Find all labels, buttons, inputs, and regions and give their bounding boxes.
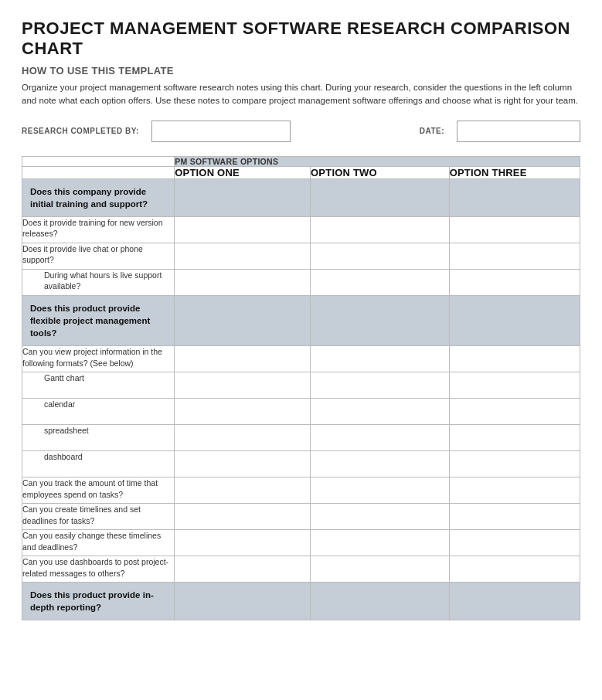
s1r1-opt2[interactable] bbox=[311, 216, 450, 243]
s2r7-opt2[interactable] bbox=[311, 529, 450, 556]
section-1-header: Does this company provide initial traini… bbox=[22, 178, 580, 216]
s1r1-opt3[interactable] bbox=[449, 216, 580, 243]
s2r2-opt3[interactable] bbox=[449, 398, 580, 424]
s1r1-opt1[interactable] bbox=[175, 216, 311, 243]
s1r2-opt3[interactable] bbox=[449, 243, 580, 269]
research-label: RESEARCH COMPLETED BY: bbox=[22, 127, 139, 135]
s2r3-opt1[interactable] bbox=[175, 424, 311, 450]
s2r6-opt3[interactable] bbox=[449, 503, 580, 529]
s2r2-opt2[interactable] bbox=[311, 398, 450, 424]
table-row: Does it provide training for new version… bbox=[22, 216, 580, 243]
pm-options-label: PM SOFTWARE OPTIONS bbox=[175, 156, 580, 166]
table-row: Can you use dashboards to post project-r… bbox=[22, 556, 580, 582]
table-row: Can you easily change these timelines an… bbox=[22, 529, 580, 556]
s2r1-opt3[interactable] bbox=[449, 372, 580, 398]
date-label: DATE: bbox=[420, 127, 444, 135]
subtitle: HOW TO USE THIS TEMPLATE bbox=[22, 65, 580, 76]
s1r3-opt2[interactable] bbox=[311, 269, 450, 295]
s2r5-opt1[interactable] bbox=[175, 477, 311, 503]
s2r6-opt2[interactable] bbox=[311, 503, 450, 529]
s1r3-opt1[interactable] bbox=[175, 269, 311, 295]
table-row: Can you track the amount of time that em… bbox=[22, 477, 580, 503]
s2r2-opt1[interactable] bbox=[175, 398, 311, 424]
s2r0-opt2[interactable] bbox=[311, 345, 450, 372]
table-row: Gantt chart bbox=[22, 372, 580, 398]
s2r5-opt3[interactable] bbox=[449, 477, 580, 503]
main-title: PROJECT MANAGEMENT SOFTWARE RESEARCH COM… bbox=[22, 19, 580, 59]
pm-options-header-row: PM SOFTWARE OPTIONS bbox=[22, 156, 580, 166]
description: Organize your project management softwar… bbox=[22, 81, 580, 108]
s2r7-opt3[interactable] bbox=[449, 529, 580, 556]
s2r0-opt1[interactable] bbox=[175, 345, 311, 372]
s2r8-opt3[interactable] bbox=[449, 556, 580, 582]
table-row: dashboard bbox=[22, 450, 580, 477]
option-headers-row: OPTION ONE OPTION TWO OPTION THREE bbox=[22, 166, 580, 178]
s2r3-opt3[interactable] bbox=[449, 424, 580, 450]
table-row: Can you view project information in the … bbox=[22, 345, 580, 372]
table-row: calendar bbox=[22, 398, 580, 424]
table-row: Can you create timelines and set deadlin… bbox=[22, 503, 580, 529]
research-input[interactable] bbox=[151, 121, 291, 142]
s2r8-opt1[interactable] bbox=[175, 556, 311, 582]
s2r1-opt2[interactable] bbox=[311, 372, 450, 398]
date-input[interactable] bbox=[457, 121, 580, 142]
table-row: Does it provide live chat or phone suppo… bbox=[22, 243, 580, 269]
s2r4-opt3[interactable] bbox=[449, 450, 580, 477]
section-3-header: Does this product provide in-depth repor… bbox=[22, 582, 580, 620]
table-row: spreadsheet bbox=[22, 424, 580, 450]
option-one-header: OPTION ONE bbox=[175, 166, 311, 178]
table-row: During what hours is live support availa… bbox=[22, 269, 580, 295]
option-two-header: OPTION TWO bbox=[311, 166, 450, 178]
section-2-header: Does this product provide flexible proje… bbox=[22, 295, 580, 345]
s2r3-opt2[interactable] bbox=[311, 424, 450, 450]
s2r8-opt2[interactable] bbox=[311, 556, 450, 582]
s2r4-opt2[interactable] bbox=[311, 450, 450, 477]
s2r1-opt1[interactable] bbox=[175, 372, 311, 398]
s2r4-opt1[interactable] bbox=[175, 450, 311, 477]
s2r5-opt2[interactable] bbox=[311, 477, 450, 503]
comparison-table: PM SOFTWARE OPTIONS OPTION ONE OPTION TW… bbox=[22, 156, 580, 621]
s1r3-opt3[interactable] bbox=[449, 269, 580, 295]
s2r6-opt1[interactable] bbox=[175, 503, 311, 529]
s2r7-opt1[interactable] bbox=[175, 529, 311, 556]
s2r0-opt3[interactable] bbox=[449, 345, 580, 372]
s1r2-opt2[interactable] bbox=[311, 243, 450, 269]
option-three-header: OPTION THREE bbox=[449, 166, 580, 178]
s1r2-opt1[interactable] bbox=[175, 243, 311, 269]
